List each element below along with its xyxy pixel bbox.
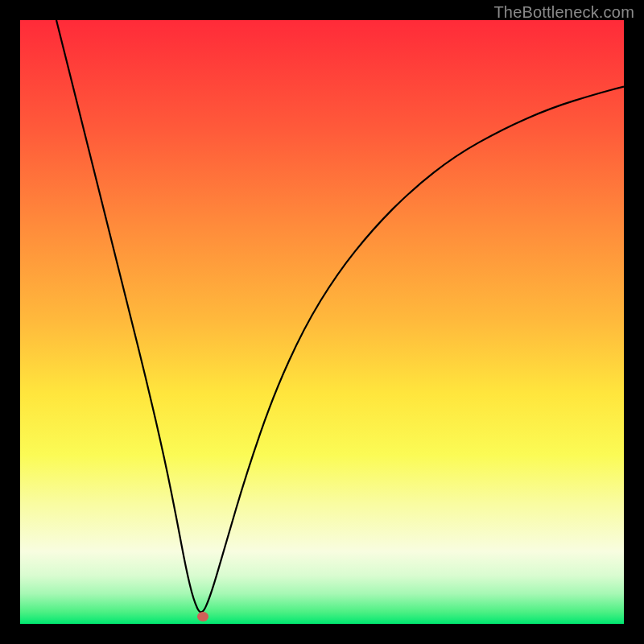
plot-area [20,20,624,624]
watermark-text: TheBottleneck.com [493,3,634,22]
minimum-marker [197,612,208,621]
chart-frame: TheBottleneck.com [0,0,644,644]
bottleneck-curve [20,20,624,624]
